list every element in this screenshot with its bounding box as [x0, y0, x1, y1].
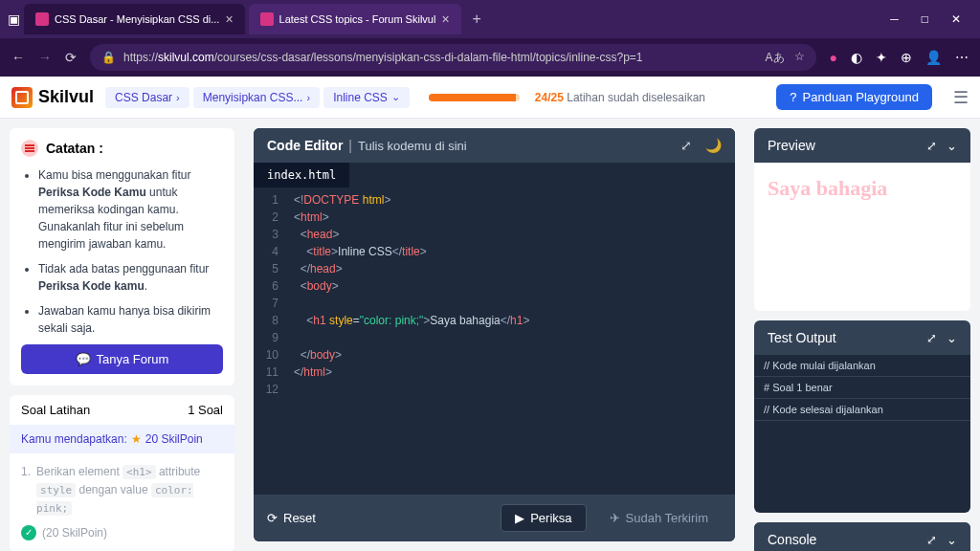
tab-favicon — [35, 12, 49, 26]
close-window-icon[interactable]: ✕ — [951, 12, 961, 26]
more-icon[interactable]: ⋯ — [955, 50, 969, 65]
console-header[interactable]: Console ⤢⌄ — [754, 522, 970, 551]
skilvul-logo[interactable]: Skilvul — [11, 87, 94, 108]
browser-tab[interactable]: Latest CSS topics - Forum Skilvul × — [249, 4, 461, 34]
panduan-button[interactable]: ?Panduan Playground — [776, 84, 932, 110]
editor-panel: Code Editor|Tulis kodemu di sini ⤢ 🌙 ind… — [244, 119, 745, 551]
file-tab[interactable]: index.html — [254, 163, 349, 187]
preview-header: Preview ⤢⌄ — [754, 128, 970, 163]
editor-header: Code Editor|Tulis kodemu di sini ⤢ 🌙 — [254, 128, 735, 163]
menu-icon[interactable]: ☰ — [953, 87, 969, 108]
soal-title: Soal Latihan — [21, 403, 90, 417]
collections-icon[interactable]: ▣ — [8, 11, 20, 27]
tanya-forum-button[interactable]: 💬Tanya Forum — [21, 344, 223, 374]
browser-address-bar: ← → ⟳ 🔒 https://skilvul.com/courses/css-… — [0, 38, 980, 77]
logo-icon — [11, 87, 33, 108]
catatan-item: Jawaban kamu hanya bisa dikirim sekali s… — [38, 302, 223, 337]
breadcrumb-item[interactable]: Menyisipkan CSS...› — [193, 87, 320, 108]
theme-icon[interactable]: 🌙 — [705, 138, 722, 153]
reader-icon[interactable]: Aあ — [766, 50, 785, 66]
collections-icon[interactable]: ⊕ — [901, 50, 912, 65]
preview-heading: Saya bahagia — [768, 176, 957, 201]
chat-icon: 💬 — [76, 352, 91, 366]
forward-icon[interactable]: → — [38, 50, 52, 65]
ext-icon[interactable]: ◐ — [851, 50, 862, 65]
left-sidebar: Catatan : Kamu bisa menggunakan fitur Pe… — [0, 119, 244, 551]
url-input[interactable]: 🔒 https://skilvul.com/courses/css-dasar/… — [90, 44, 816, 71]
chevron-down-icon[interactable]: ⌄ — [947, 331, 957, 345]
expand-icon[interactable]: ⤢ — [926, 139, 937, 153]
catatan-title: Catatan : — [21, 140, 223, 157]
test-output-content: // Kode mulai dijalankan# Soal 1 benar//… — [754, 355, 970, 513]
minimize-icon[interactable]: ─ — [890, 12, 899, 26]
maximize-icon[interactable]: □ — [922, 12, 928, 26]
ext-icon[interactable]: ● — [830, 50, 837, 65]
skilpoin-banner: Kamu mendapatkan:★20 SkilPoin — [10, 425, 234, 453]
expand-icon[interactable]: ⤢ — [926, 533, 937, 547]
catatan-item: Tidak ada batas penggunaan fitur Periksa… — [38, 260, 223, 295]
breadcrumb: CSS Dasar› Menyisipkan CSS...› Inline CS… — [105, 87, 410, 108]
test-output-line: // Kode mulai dijalankan — [754, 355, 970, 377]
terkirim-button: ✈Sudah Terkirim — [596, 505, 722, 531]
periksa-button[interactable]: ▶Periksa — [501, 504, 586, 532]
logo-text: Skilvul — [38, 87, 94, 107]
chevron-down-icon[interactable]: ⌄ — [947, 139, 957, 153]
new-tab-button[interactable]: + — [465, 11, 489, 28]
reset-icon: ⟳ — [267, 511, 278, 525]
browser-tab-active[interactable]: CSS Dasar - Menyisipkan CSS di... × — [24, 4, 245, 34]
check-icon: ✓ — [21, 525, 36, 540]
lock-icon: 🔒 — [101, 51, 116, 64]
chevron-down-icon[interactable]: ⌄ — [947, 533, 957, 547]
tab-title: CSS Dasar - Menyisipkan CSS di... — [55, 13, 219, 25]
app-header: Skilvul CSS Dasar› Menyisipkan CSS...› I… — [0, 77, 980, 119]
play-icon: ▶ — [515, 511, 524, 525]
profile-icon[interactable]: 👤 — [925, 50, 942, 65]
refresh-icon[interactable]: ⟳ — [65, 50, 77, 65]
tab-favicon — [260, 12, 274, 26]
progress-bar — [429, 94, 520, 101]
soal-item: 1. Berikan element <h1> attribute style … — [10, 453, 234, 551]
code-editor[interactable]: 123456789101112 <!DOCTYPE html> <html> <… — [254, 187, 735, 495]
catatan-item: Kamu bisa menggunakan fitur Periksa Kode… — [38, 166, 223, 253]
test-output-line: # Soal 1 benar — [754, 377, 970, 399]
browser-tab-bar: ▣ CSS Dasar - Menyisipkan CSS di... × La… — [0, 0, 980, 38]
test-output-line: // Kode selesai dijalankan — [754, 399, 970, 421]
preview-content: Saya bahagia — [754, 163, 970, 311]
catatan-card: Catatan : Kamu bisa menggunakan fitur Pe… — [10, 128, 234, 386]
soal-card: Soal Latihan1 Soal Kamu mendapatkan:★20 … — [10, 395, 234, 551]
ext-icon[interactable]: ✦ — [876, 50, 887, 65]
star-icon: ★ — [131, 432, 142, 446]
tab-title: Latest CSS topics - Forum Skilvul — [279, 13, 436, 25]
right-panel: Preview ⤢⌄ Saya bahagia Test Output ⤢⌄ /… — [745, 119, 980, 551]
breadcrumb-item[interactable]: Inline CSS⌄ — [323, 87, 410, 108]
chevron-down-icon: ⌄ — [391, 91, 400, 103]
favorite-icon[interactable]: ☆ — [794, 50, 805, 66]
reset-button[interactable]: ⟳Reset — [267, 511, 316, 525]
send-icon: ✈ — [610, 511, 620, 525]
back-icon[interactable]: ← — [11, 50, 25, 65]
soal-count: 1 Soal — [188, 403, 223, 417]
notes-icon — [21, 140, 38, 157]
help-icon: ? — [790, 90, 796, 104]
breadcrumb-item[interactable]: CSS Dasar› — [105, 87, 189, 108]
test-output-header: Test Output ⤢⌄ — [754, 320, 970, 355]
expand-icon[interactable]: ⤢ — [680, 138, 692, 153]
tab-close-icon[interactable]: × — [441, 11, 449, 27]
expand-icon[interactable]: ⤢ — [926, 331, 937, 345]
tab-close-icon[interactable]: × — [225, 11, 233, 27]
